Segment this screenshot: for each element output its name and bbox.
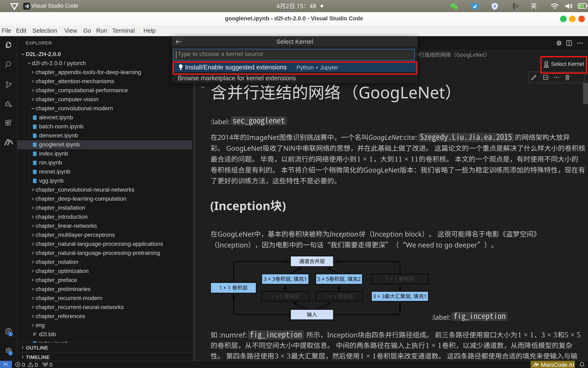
svg-text:A: A <box>493 4 496 8</box>
